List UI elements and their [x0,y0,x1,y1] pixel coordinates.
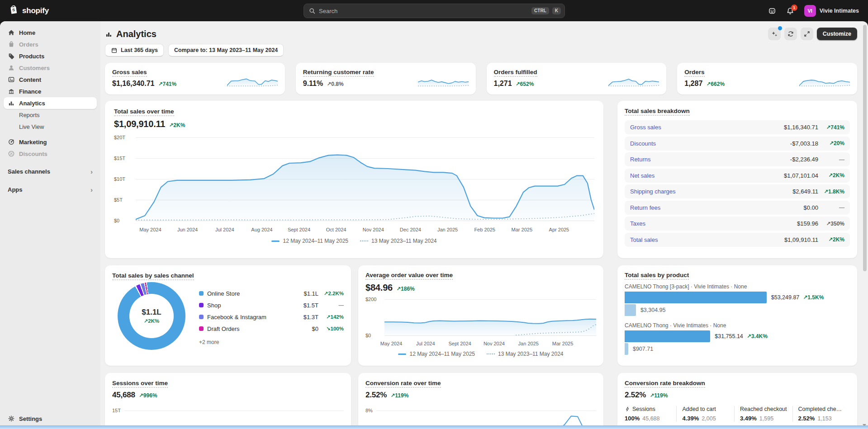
breakdown-row: Gross sales$1,16,340.71↗741% [625,120,850,134]
kpi-sparkline [608,75,659,89]
y-tick-label: 8% [365,408,373,413]
breakdown-link[interactable]: Total sales [630,236,658,243]
sidebar-item-products[interactable]: Products [4,50,97,62]
kpi-value: 1,271 [494,80,512,88]
sidebar-item-marketing[interactable]: Marketing [4,136,97,148]
section-label: Sales channels [8,168,50,175]
breakdown-link[interactable]: Taxes [630,220,645,227]
kpi-title-link[interactable]: Returning customer rate [303,69,374,77]
card-title-link[interactable]: Total sales breakdown [625,108,690,116]
x-axis-labels: May 2024 Jun 2024 Jul 2024 Aug 2024 Sept… [136,226,594,233]
funnel-step-added-to-cart: Added to cart 4.39%2,005 [676,406,734,422]
refresh-button[interactable] [784,28,797,40]
shortcut-k: K [552,7,561,14]
sidebar-label: Marketing [19,139,47,146]
kpi-sparkline [418,75,469,89]
product-name: CAMELNO Thong · Vivie Intimates · None [625,322,850,329]
card-title-link[interactable]: Total sales by sales channel [112,272,194,280]
sessions-over-time-card: Sessions over time 45,688 ↗996% 15T [105,373,351,429]
chart-legend: 12 May 2024–11 May 2025 13 May 2023–11 M… [365,351,596,357]
sidekick-button[interactable] [765,4,779,18]
new-feature-dot [778,26,782,30]
sidebar-item-home[interactable]: Home [4,27,97,38]
sidebar-item-orders[interactable]: Orders [4,38,97,50]
sidebar-section-sales-channels[interactable]: Sales channels › [4,165,97,178]
card-title-link[interactable]: Average order value over time [365,272,453,280]
sidebar-item-analytics[interactable]: Analytics [4,97,97,109]
scrollbar-thumb[interactable] [863,25,867,271]
y-axis-labels: $20T $15T $10T $5T $0 [114,134,132,224]
legend-swatch [199,326,204,331]
chart-legend: 12 May 2024–11 May 2025 13 May 2023–11 M… [114,238,594,244]
svg-text:S: S [12,8,15,12]
page-title: Analytics [105,29,157,39]
funnel-delta: ↗119% [650,392,668,399]
breakdown-row: Shipping charges$2,649.11↗1.8K% [625,184,850,198]
breakdown-link[interactable]: Returns [630,156,651,163]
scrollbar-down-arrow[interactable] [863,424,866,427]
legend-current-swatch [398,354,406,355]
funnel-step-completed-checkout: Completed che… 2.52%1,153 [792,406,850,422]
breakdown-link[interactable]: Return fees [630,204,660,211]
sidebar-item-customers[interactable]: Customers [4,62,97,74]
breakdown-link[interactable]: Shipping charges [630,188,675,195]
customize-button[interactable]: Customize [817,28,857,40]
sidebar-item-finance[interactable]: Finance [4,85,97,97]
aov-line-chart [384,297,596,338]
breakdown-link[interactable]: Net sales [630,172,655,179]
sidebar-item-live-view[interactable]: Live View [4,121,97,132]
more-channels-link[interactable]: +2 more [199,339,344,345]
shopify-logo[interactable]: S shopify [8,5,103,17]
compare-button[interactable]: Compare to: 13 May 2023–11 May 2024 [168,44,284,57]
card-title-link[interactable]: Total sales by product [625,272,689,280]
average-order-value-card: Average order value over time $84.96 ↗18… [358,265,603,366]
card-title-link[interactable]: Conversion rate over time [365,380,441,388]
donut-center-value: $1.1L [142,308,161,317]
kpi-title-link[interactable]: Orders [684,69,704,77]
card-title-link[interactable]: Sessions over time [112,380,168,388]
card-title-link[interactable]: Total sales over time [114,108,174,116]
sidebar-item-reports[interactable]: Reports [4,109,97,121]
product-bar-current [625,330,710,342]
breakdown-row: Total sales$1,09,910.11↗2K% [625,233,850,247]
total-sales-plot [136,134,594,224]
breakdown-delta: ↗741% [818,124,844,131]
store-menu[interactable]: VI Vivie Intimates [802,4,862,18]
chevron-right-icon: › [90,186,93,193]
aov-value: $84.96 [365,283,393,293]
kpi-sparkline [227,75,278,89]
app-shell: Home Orders Products Customers Content F… [0,21,868,429]
kpi-value: 9.11% [303,80,323,88]
sidebar-item-settings[interactable]: Settings [4,413,97,424]
sidebar-label: Products [19,53,44,60]
sidebar-item-discounts[interactable]: Discounts [4,148,97,160]
finance-bank-icon [8,88,15,95]
sidebar-item-content[interactable]: Content [4,74,97,85]
magic-assistant-button[interactable] [768,28,781,40]
sidebar-label: Home [19,29,35,36]
legend-swatch [199,315,204,319]
discounts-icon [8,150,15,157]
sidebar-section-apps[interactable]: Apps › [4,183,97,196]
sidebar-label: Discounts [19,151,47,157]
section-label: Apps [8,186,23,193]
sidebar-label: Reports [19,112,40,118]
conversion-value: 2.52% [365,391,387,400]
sidebar-label: Finance [19,88,41,95]
card-title-link[interactable]: Conversion rate breakdown [625,380,705,388]
search-input[interactable] [319,8,528,14]
date-range-button[interactable]: Last 365 days [105,44,164,57]
kpi-sparkline [799,75,850,89]
breakdown-delta: — [818,204,844,211]
notifications-button[interactable]: 1 [783,4,797,18]
expand-button[interactable] [801,28,813,40]
kpi-title-link[interactable]: Orders fulfilled [494,69,537,77]
total-sales-delta: ↗2K% [169,122,185,128]
kpi-value: 1,287 [684,80,702,88]
lightning-icon [625,406,631,412]
breakdown-link[interactable]: Discounts [630,140,656,147]
breakdown-link[interactable]: Gross sales [630,124,661,131]
search-bar[interactable]: CTRL K [304,4,565,18]
marketing-target-icon [8,138,15,146]
kpi-title-link[interactable]: Gross sales [112,69,147,77]
